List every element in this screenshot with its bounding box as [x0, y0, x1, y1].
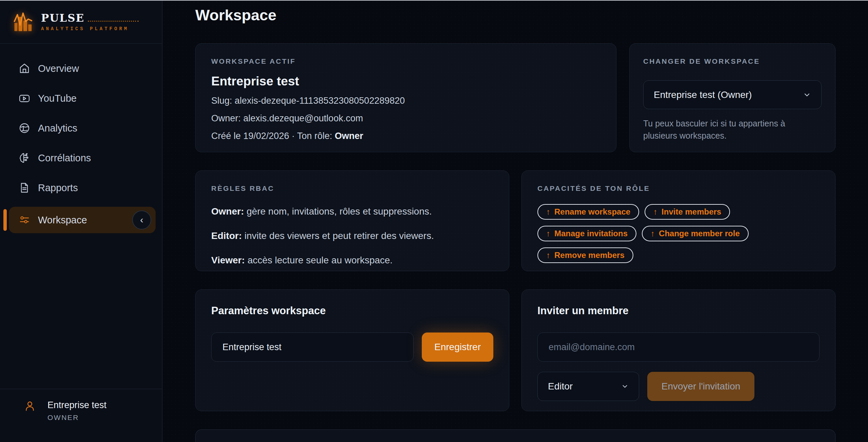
- invite-role-select[interactable]: Editor: [537, 372, 639, 401]
- workspace-name: Entreprise test: [47, 400, 106, 410]
- person-icon: [24, 400, 36, 412]
- workspace-select[interactable]: Entreprise test (Owner): [643, 80, 822, 109]
- workspace-owner-line: Owner: alexis.dezeque@outlook.com: [211, 113, 600, 124]
- save-button[interactable]: Enregistrer: [422, 333, 493, 362]
- capability-pills: ↑ Rename workspace ↑ Invite members ↑ Ma…: [537, 204, 820, 263]
- rbac-role: Viewer:: [211, 255, 245, 265]
- slug-label: Slug:: [211, 96, 232, 106]
- sidebar-item-analytics[interactable]: Analytics: [0, 117, 162, 139]
- workspace-slug-line: Slug: alexis-dezeque-1113853230805022898…: [211, 96, 600, 106]
- capability-pill-manage-invitations[interactable]: ↑ Manage invitations: [537, 226, 636, 241]
- capability-pill-invite-members[interactable]: ↑ Invite members: [645, 204, 730, 220]
- rbac-rules-card: RÈGLES RBAC Owner: gère nom, invitations…: [195, 170, 509, 271]
- role-value: Owner: [335, 131, 363, 141]
- card-eyebrow: CHANGER DE WORKSPACE: [643, 57, 822, 65]
- page-title: Workspace: [195, 6, 835, 24]
- chevron-left-icon: ‹: [140, 215, 143, 225]
- slug-value: alexis-dezeque-111385323080502289820: [235, 96, 405, 106]
- arrow-up-icon: ↑: [546, 250, 550, 260]
- pill-label: Remove members: [554, 250, 625, 260]
- arrow-up-icon: ↑: [653, 207, 657, 217]
- sidebar-item-label: YouTube: [38, 93, 77, 104]
- brand-logo: PULSE ANALYTICS PLATFORM: [0, 0, 162, 44]
- brain-circuit-icon: [19, 152, 30, 164]
- brand-text: PULSE ANALYTICS PLATFORM: [41, 12, 139, 32]
- sidebar-item-label: Analytics: [38, 123, 77, 134]
- card-eyebrow: WORKSPACE ACTIF: [211, 57, 600, 65]
- switch-workspace-card: CHANGER DE WORKSPACE Entreprise test (Ow…: [629, 43, 835, 152]
- sidebar-nav: Overview YouTube Analytics: [0, 44, 162, 241]
- rbac-rule: Owner: gère nom, invitations, rôles et s…: [211, 206, 493, 217]
- pulse-bars-icon: [11, 10, 36, 33]
- rbac-rule: Editor: invite des viewers et peut retir…: [211, 230, 493, 241]
- rbac-rule: Viewer: accès lecture seule au workspace…: [211, 255, 493, 266]
- arrow-up-icon: ↑: [546, 229, 550, 238]
- arrow-up-icon: ↑: [546, 207, 550, 217]
- arrow-up-icon: ↑: [651, 229, 655, 238]
- sidebar-item-workspace[interactable]: Workspace ‹: [9, 207, 156, 233]
- workspace-name-input[interactable]: [211, 333, 414, 362]
- sidebar-spacer: [0, 241, 162, 389]
- app-root: PULSE ANALYTICS PLATFORM Overview YouTub…: [0, 0, 868, 442]
- workspace-select-value: Entreprise test (Owner): [654, 89, 752, 100]
- pill-label: Invite members: [662, 207, 721, 217]
- brand-name: PULSE: [41, 12, 84, 24]
- brand-tagline: ANALYTICS PLATFORM: [41, 26, 139, 32]
- workspace-meta-line: Créé le 19/02/2026 · Ton rôle: Owner: [211, 131, 600, 141]
- globe-icon: [19, 122, 30, 134]
- card-eyebrow: RÈGLES RBAC: [211, 184, 493, 193]
- capabilities-card: CAPACITÉS DE TON RÔLE ↑ Rename workspace…: [521, 170, 835, 271]
- active-workspace-title: Entreprise test: [211, 74, 600, 88]
- send-invitation-button[interactable]: Envoyer l'invitation: [647, 372, 754, 401]
- rbac-text: invite des viewers et peut retirer des v…: [244, 230, 434, 241]
- owner-label: Owner:: [211, 113, 241, 123]
- sidebar-item-label: Rapports: [38, 182, 78, 194]
- pill-label: Rename workspace: [554, 207, 630, 217]
- home-icon: [19, 63, 30, 74]
- sidebar-item-correlations[interactable]: Corrélations: [0, 147, 162, 169]
- rbac-text: accès lecture seule au workspace.: [248, 255, 393, 265]
- rbac-text: gère nom, invitations, rôles et suppress…: [246, 206, 432, 217]
- sidebar-item-label: Overview: [38, 63, 79, 74]
- capability-pill-rename-workspace[interactable]: ↑ Rename workspace: [537, 204, 639, 220]
- sidebar: PULSE ANALYTICS PLATFORM Overview YouTub…: [0, 0, 162, 442]
- invite-email-input[interactable]: [537, 333, 820, 362]
- capability-pill-remove-members[interactable]: ↑ Remove members: [537, 247, 633, 263]
- sliders-icon: [19, 214, 30, 226]
- pill-label: Change member role: [659, 229, 740, 238]
- sidebar-item-reports[interactable]: Rapports: [0, 177, 162, 199]
- capability-pill-change-member-role[interactable]: ↑ Change member role: [642, 226, 749, 241]
- chevron-down-icon: [621, 383, 629, 390]
- switch-helper-text: Tu peux basculer ici si tu appartiens à …: [643, 117, 803, 142]
- members-section-card-partial: [195, 429, 835, 442]
- chevron-down-icon: [803, 91, 811, 99]
- active-workspace-card: WORKSPACE ACTIF Entreprise test Slug: al…: [195, 43, 616, 152]
- user-role-badge: OWNER: [47, 414, 106, 422]
- created-role-label: Créé le 19/02/2026 · Ton rôle:: [211, 131, 332, 141]
- brand-dotted-rule: [88, 21, 139, 22]
- workspace-settings-card: Paramètres workspace Enregistrer: [195, 289, 509, 411]
- invite-member-card: Inviter un membre Editor Envoyer l'invit…: [521, 289, 835, 411]
- main-content: Workspace WORKSPACE ACTIF Entreprise tes…: [162, 0, 868, 442]
- sidebar-item-overview[interactable]: Overview: [0, 58, 162, 79]
- sidebar-item-youtube[interactable]: YouTube: [0, 87, 162, 109]
- sidebar-collapse-button[interactable]: ‹: [132, 210, 151, 229]
- pill-label: Manage invitations: [554, 229, 628, 238]
- sidebar-item-label: Workspace: [38, 215, 87, 226]
- invite-title: Inviter un membre: [537, 305, 820, 317]
- document-icon: [19, 182, 30, 194]
- invite-role-value: Editor: [548, 381, 573, 392]
- sidebar-item-label: Corrélations: [38, 153, 91, 164]
- settings-title: Paramètres workspace: [211, 305, 493, 317]
- screen-top-edge: [0, 0, 868, 1]
- rbac-role: Editor:: [211, 230, 242, 241]
- card-eyebrow: CAPACITÉS DE TON RÔLE: [537, 184, 820, 193]
- youtube-icon: [19, 93, 30, 104]
- rbac-role: Owner:: [211, 206, 244, 217]
- sidebar-user-block: Entreprise test OWNER: [0, 389, 162, 442]
- owner-email: alexis.dezeque@outlook.com: [243, 113, 363, 123]
